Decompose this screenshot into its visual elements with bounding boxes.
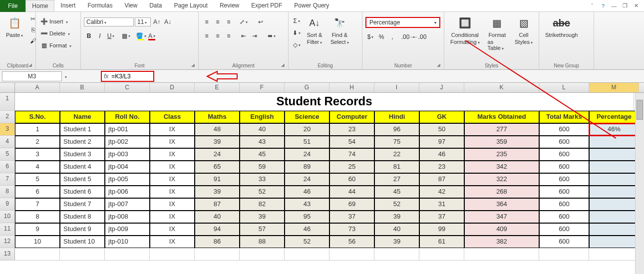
sort-filter-button[interactable]: A↓ Sort & Filter (304, 14, 325, 46)
cell[interactable]: 3 (15, 148, 60, 161)
cell[interactable]: IX (150, 123, 195, 136)
cell[interactable]: IX (150, 223, 195, 236)
cell[interactable]: 409 (464, 223, 539, 236)
row-header[interactable]: 6 (0, 161, 15, 173)
header-cell[interactable]: Name (60, 111, 105, 123)
cell[interactable]: jtp-002 (105, 136, 150, 148)
ribbon-minimize-icon[interactable]: ˆ (588, 2, 596, 10)
cell[interactable]: 51 (285, 136, 329, 148)
cell[interactable]: 99 (419, 223, 464, 236)
cell[interactable] (15, 248, 60, 261)
percent-format-icon[interactable]: % (376, 32, 386, 42)
autosum-icon[interactable]: Σ (292, 16, 302, 26)
cell[interactable]: 45 (374, 186, 419, 198)
header-cell[interactable]: Computer (329, 111, 374, 123)
row-header[interactable]: 12 (0, 236, 15, 248)
vertical-scrollbar[interactable] (635, 93, 644, 274)
font-name-select[interactable]: Calibri (84, 17, 134, 26)
cell[interactable]: 59 (240, 161, 285, 173)
cell[interactable]: 52 (285, 236, 329, 248)
cell[interactable]: 322 (464, 173, 539, 186)
cell[interactable] (285, 248, 329, 261)
column-header-J[interactable]: J (419, 83, 464, 92)
cell[interactable]: jtp-005 (105, 173, 150, 186)
conditional-formatting-button[interactable]: 🔲 Conditional Formatting (447, 14, 483, 46)
cell[interactable]: 65 (195, 161, 240, 173)
percentage-cell[interactable] (589, 211, 639, 223)
find-select-button[interactable]: 🔭 Find & Select (327, 14, 352, 46)
header-cell[interactable]: Class (150, 111, 195, 123)
cell[interactable]: 600 (539, 123, 589, 136)
strikethrough-button[interactable]: abc Strikethrough (542, 14, 581, 39)
decrease-font-icon[interactable]: A↓ (163, 17, 173, 27)
align-center-icon[interactable]: ≡ (213, 31, 223, 41)
tab-data[interactable]: Data (143, 0, 168, 11)
cell[interactable]: jtp-010 (105, 236, 150, 248)
cell[interactable]: 73 (329, 223, 374, 236)
percentage-cell[interactable] (589, 223, 639, 236)
cell[interactable]: Student 9 (60, 223, 105, 236)
cell[interactable] (105, 248, 150, 261)
cell[interactable]: 7 (15, 198, 60, 211)
cell[interactable]: 97 (419, 136, 464, 148)
cell[interactable]: Student 1 (60, 123, 105, 136)
cell[interactable]: 43 (240, 136, 285, 148)
column-header-H[interactable]: H (329, 83, 374, 92)
tab-expert-pdf[interactable]: Expert PDF (245, 0, 288, 11)
percentage-cell[interactable] (589, 186, 639, 198)
fill-icon[interactable]: ⬇ (292, 28, 302, 38)
cell[interactable] (150, 248, 195, 261)
column-header-C[interactable]: C (105, 83, 150, 92)
percentage-cell[interactable] (589, 198, 639, 211)
dialog-launcher-icon[interactable]: ◢ (191, 62, 197, 68)
header-cell[interactable]: Marks Obtained (464, 111, 539, 123)
cell[interactable]: 46 (285, 186, 329, 198)
title-cell[interactable]: Student Records (15, 93, 634, 111)
cell[interactable]: 74 (329, 148, 374, 161)
cell[interactable]: 48 (195, 123, 240, 136)
cell[interactable]: IX (150, 211, 195, 223)
column-header-M[interactable]: M (589, 83, 639, 92)
column-header-G[interactable]: G (285, 83, 329, 92)
cell[interactable]: 600 (539, 211, 589, 223)
row-header[interactable]: 1 (0, 93, 15, 111)
row-header[interactable]: 3 (0, 123, 15, 136)
fill-color-button[interactable]: 🪣 (136, 31, 146, 41)
cell[interactable]: 39 (195, 136, 240, 148)
column-header-B[interactable]: B (60, 83, 105, 92)
name-box-dropdown-icon[interactable] (64, 73, 67, 79)
cell[interactable]: 347 (464, 211, 539, 223)
cell[interactable]: 95 (285, 211, 329, 223)
cell[interactable]: 235 (464, 148, 539, 161)
row-header[interactable]: 7 (0, 173, 15, 186)
header-cell[interactable]: Maths (195, 111, 240, 123)
cell[interactable]: jtp-006 (105, 186, 150, 198)
format-as-table-button[interactable]: ▦ Format as Table (485, 14, 510, 52)
cell[interactable] (374, 248, 419, 261)
cell[interactable]: 57 (240, 223, 285, 236)
scrollbar-thumb[interactable] (637, 100, 643, 120)
header-cell[interactable]: English (240, 111, 285, 123)
cell[interactable]: 23 (419, 161, 464, 173)
header-cell[interactable]: GK (419, 111, 464, 123)
window-close-icon[interactable]: ✕ (632, 2, 640, 10)
cell[interactable]: 87 (419, 173, 464, 186)
spreadsheet-grid[interactable]: 1Student Records2S.No.NameRoll No.ClassM… (0, 93, 644, 261)
cell[interactable]: 40 (195, 211, 240, 223)
cell[interactable]: Student 4 (60, 161, 105, 173)
cell[interactable]: 60 (329, 173, 374, 186)
percentage-cell[interactable] (589, 173, 639, 186)
header-cell[interactable]: Total Marks (539, 111, 589, 123)
header-cell[interactable]: Roll No. (105, 111, 150, 123)
window-minimize-icon[interactable]: — (610, 2, 618, 10)
cell[interactable]: 4 (15, 161, 60, 173)
cell[interactable]: 39 (240, 211, 285, 223)
cell[interactable]: 45 (240, 148, 285, 161)
cell[interactable]: 24 (195, 148, 240, 161)
cell[interactable]: 20 (285, 123, 329, 136)
tab-home[interactable]: Home (25, 0, 54, 11)
column-header-D[interactable]: D (150, 83, 195, 92)
cell[interactable]: 600 (539, 148, 589, 161)
cell[interactable] (464, 248, 539, 261)
cell[interactable]: IX (150, 173, 195, 186)
